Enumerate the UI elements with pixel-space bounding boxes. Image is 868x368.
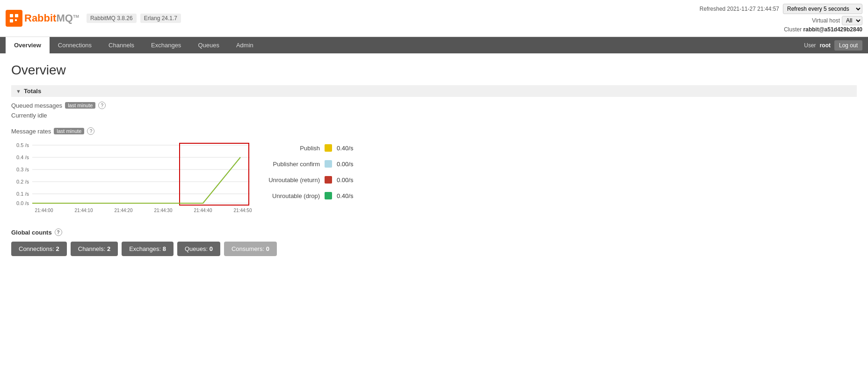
global-counts-label: Global counts [11, 229, 52, 236]
legend-publish-color [325, 144, 332, 152]
queued-messages-help[interactable]: ? [98, 102, 106, 109]
nav-connections[interactable]: Connections [50, 37, 100, 53]
legend-publish-value: 0.40/s [337, 145, 360, 152]
user-value: root [820, 42, 831, 49]
count-channels-value: 2 [107, 245, 110, 252]
count-channels[interactable]: Channels: 2 [71, 242, 118, 256]
count-connections-label: Connections: [19, 245, 54, 252]
totals-label: Totals [24, 88, 41, 95]
nav-queues[interactable]: Queues [189, 37, 228, 53]
svg-text:21:44:00: 21:44:00 [35, 208, 53, 213]
totals-section-header[interactable]: ▼ Totals [11, 85, 857, 97]
svg-text:0.3 /s: 0.3 /s [16, 167, 29, 172]
cluster-value: rabbit@a51d429b2840 [803, 26, 862, 33]
page-title: Overview [11, 63, 857, 78]
legend-publisher-confirm-label: Publisher confirm [268, 161, 320, 168]
cluster-line: Cluster rabbit@a51d429b2840 [700, 26, 862, 33]
logo: RabbitMQTM [6, 10, 79, 27]
vhost-select[interactable]: All [842, 16, 862, 25]
count-exchanges[interactable]: Exchanges: 8 [122, 242, 174, 256]
user-area: User root Log out [804, 40, 862, 51]
svg-text:0.4 /s: 0.4 /s [16, 155, 29, 160]
count-queues-label: Queues: [185, 245, 208, 252]
logo-tm: TM [73, 14, 79, 19]
legend-publisher-confirm-color [325, 160, 332, 168]
count-queues-value: 0 [210, 245, 213, 252]
refresh-line: Refreshed 2021-11-27 21:44:57 Refresh ev… [700, 4, 862, 14]
count-connections-value: 2 [56, 245, 59, 252]
nav-exchanges[interactable]: Exchanges [143, 37, 189, 53]
chart-svg: 0.5 /s 0.4 /s 0.3 /s 0.2 /s 0.1 /s 0.0 /… [11, 140, 254, 214]
legend-unroutable-return-label: Unroutable (return) [268, 177, 320, 184]
logo-text: RabbitMQTM [24, 12, 79, 24]
legend-unroutable-return-color [325, 176, 332, 184]
svg-text:21:44:50: 21:44:50 [234, 208, 252, 213]
legend-unroutable-return: Unroutable (return) 0.00/s [268, 176, 360, 184]
svg-text:21:44:30: 21:44:30 [154, 208, 173, 213]
counts-row: Connections: 2 Channels: 2 Exchanges: 8 … [11, 242, 857, 256]
global-counts-section: Global counts ? Connections: 2 Channels:… [11, 228, 857, 256]
queued-messages-label: Queued messages [11, 102, 62, 109]
chart-container: 0.5 /s 0.4 /s 0.3 /s 0.2 /s 0.1 /s 0.0 /… [11, 140, 857, 214]
message-rates-badge: last minute [54, 128, 84, 134]
legend-unroutable-drop: Unroutable (drop) 0.40/s [268, 192, 360, 199]
svg-text:21:44:20: 21:44:20 [115, 208, 133, 213]
svg-text:0.0 /s: 0.0 /s [16, 200, 29, 206]
count-queues[interactable]: Queues: 0 [177, 242, 220, 256]
count-consumers-value: 0 [266, 245, 269, 252]
chart-legend: Publish 0.40/s Publisher confirm 0.00/s … [268, 140, 360, 199]
svg-rect-3 [15, 19, 17, 21]
header-right: Refreshed 2021-11-27 21:44:57 Refresh ev… [700, 4, 862, 33]
legend-publish-label: Publish [268, 145, 320, 152]
nav-channels[interactable]: Channels [100, 37, 143, 53]
queued-messages-label-row: Queued messages last minute ? [11, 102, 857, 109]
svg-rect-2 [10, 19, 13, 22]
logout-button[interactable]: Log out [834, 40, 862, 51]
count-connections[interactable]: Connections: 2 [11, 242, 67, 256]
message-rates-label-row: Message rates last minute ? [11, 127, 857, 135]
cluster-label-text: Cluster [784, 26, 802, 33]
svg-rect-1 [15, 14, 18, 17]
erlang-version-badge: Erlang 24.1.7 [140, 14, 181, 23]
refreshed-text: Refreshed 2021-11-27 21:44:57 [700, 6, 779, 12]
currently-idle-text: Currently idle [11, 112, 857, 119]
global-counts-header: Global counts ? [11, 228, 857, 236]
queued-messages-row: Queued messages last minute ? Currently … [11, 102, 857, 127]
vhost-label: Virtual host [812, 17, 840, 24]
legend-publish: Publish 0.40/s [268, 144, 360, 152]
legend-unroutable-drop-label: Unroutable (drop) [268, 192, 320, 199]
message-rates-label: Message rates [11, 128, 51, 135]
count-exchanges-label: Exchanges: [129, 245, 161, 252]
vhost-line: Virtual host All [700, 16, 862, 25]
svg-rect-0 [10, 14, 13, 17]
legend-unroutable-drop-color [325, 192, 332, 199]
rabbitmq-version-badge: RabbitMQ 3.8.26 [87, 14, 137, 23]
header: RabbitMQTM RabbitMQ 3.8.26 Erlang 24.1.7… [0, 0, 868, 37]
main-content: Overview ▼ Totals Queued messages last m… [0, 53, 868, 265]
legend-unroutable-return-value: 0.00/s [337, 177, 360, 184]
legend-publisher-confirm: Publisher confirm 0.00/s [268, 160, 360, 168]
nav-admin[interactable]: Admin [228, 37, 262, 53]
totals-arrow: ▼ [16, 88, 21, 94]
message-rates-help[interactable]: ? [87, 127, 94, 135]
count-consumers[interactable]: Consumers: 0 [224, 242, 277, 256]
user-label: User [804, 42, 816, 49]
svg-text:0.5 /s: 0.5 /s [16, 142, 29, 148]
svg-text:21:44:10: 21:44:10 [75, 208, 93, 213]
refresh-select[interactable]: Refresh every 5 secondsRefresh every 10 … [783, 4, 862, 14]
svg-rect-22 [180, 143, 249, 205]
svg-text:21:44:40: 21:44:40 [194, 208, 212, 213]
logo-icon [6, 10, 22, 27]
queued-messages-badge: last minute [65, 102, 95, 109]
chart-area: 0.5 /s 0.4 /s 0.3 /s 0.2 /s 0.1 /s 0.0 /… [11, 140, 254, 214]
svg-text:0.2 /s: 0.2 /s [16, 179, 29, 184]
count-channels-label: Channels: [78, 245, 106, 252]
count-exchanges-value: 8 [163, 245, 166, 252]
count-consumers-label: Consumers: [231, 245, 264, 252]
global-counts-help[interactable]: ? [55, 228, 62, 236]
message-rates-row: Message rates last minute ? [11, 127, 857, 135]
legend-publisher-confirm-value: 0.00/s [337, 161, 360, 168]
nav-overview[interactable]: Overview [6, 37, 50, 53]
nav: Overview Connections Channels Exchanges … [0, 37, 868, 53]
legend-unroutable-drop-value: 0.40/s [337, 192, 360, 199]
